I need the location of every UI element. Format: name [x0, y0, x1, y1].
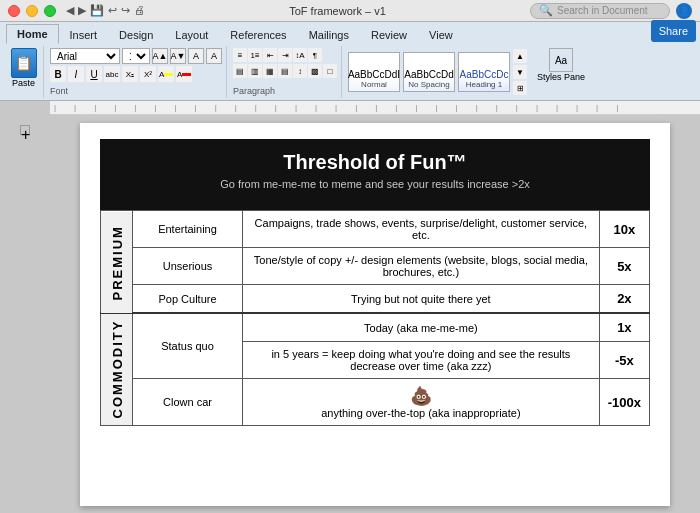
poop-emoji: 💩: [251, 385, 591, 407]
tab-view[interactable]: View: [418, 24, 464, 44]
font-color-button[interactable]: A: [206, 48, 222, 64]
paste-group: 📋 Paste: [4, 46, 44, 98]
commodity-section: COMMODITY Status quo Today (aka me-me-me…: [101, 313, 650, 426]
superscript-button[interactable]: X²: [140, 66, 156, 82]
popculture-description: Trying but not quite there yet: [243, 285, 600, 314]
numbered-list-button[interactable]: 1≡: [248, 48, 262, 62]
ruler-marks: |||||||||||||||||||||||||||||: [54, 103, 636, 112]
subscript-button[interactable]: X₂: [122, 66, 138, 82]
font-group-label: Font: [50, 86, 222, 96]
tab-home[interactable]: Home: [6, 24, 59, 44]
align-left-button[interactable]: ▤: [233, 64, 247, 78]
ribbon-body: 📋 Paste Arial 12 A▲ A▼ A A B I U abc X₂ …: [0, 44, 700, 100]
paste-label: Paste: [12, 78, 35, 88]
ribbon: Home Insert Design Layout References Mai…: [0, 22, 700, 101]
style-normal-preview: AaBbCcDdI: [348, 69, 400, 80]
clowncar-category: Clown car: [133, 379, 243, 426]
title-bar-center: ToF framework – v1: [145, 5, 530, 17]
font-format-button[interactable]: A: [188, 48, 204, 64]
print-icon[interactable]: 🖨: [134, 4, 145, 17]
indent-decrease-button[interactable]: ⇤: [263, 48, 277, 62]
table-row: COMMODITY Status quo Today (aka me-me-me…: [101, 313, 650, 342]
style-no-spacing[interactable]: AaBbCcDd No Spacing: [403, 52, 455, 92]
ruler: |||||||||||||||||||||||||||||: [50, 101, 700, 115]
unserious-category: Unserious: [133, 248, 243, 285]
table-row: Clown car 💩 anything over-the-top (aka i…: [101, 379, 650, 426]
style-heading1[interactable]: AaBbCcDc Heading 1: [458, 52, 510, 92]
style-normal[interactable]: AaBbCcDdI Normal: [348, 52, 400, 92]
font-select[interactable]: Arial: [50, 48, 120, 64]
strikethrough-button[interactable]: abc: [104, 66, 120, 82]
styles-scroll-down[interactable]: ▼: [513, 65, 527, 79]
align-center-button[interactable]: ▥: [248, 64, 262, 78]
close-button[interactable]: [8, 5, 20, 17]
undo-icon[interactable]: ↩: [108, 4, 117, 17]
document-title: ToF framework – v1: [289, 5, 386, 17]
tab-design[interactable]: Design: [108, 24, 164, 44]
style-h1-label: Heading 1: [466, 80, 502, 89]
share-button-top[interactable]: Share: [647, 18, 700, 44]
shading-button[interactable]: ▩: [308, 64, 322, 78]
styles-pane-button[interactable]: Aa Styles Pane: [533, 46, 589, 98]
document-title: Threshold of Fun™: [108, 151, 642, 174]
styles-scroll-up[interactable]: ▲: [513, 49, 527, 63]
nav-forward-icon[interactable]: ▶: [78, 4, 86, 17]
font-row1: Arial 12 A▲ A▼ A A: [50, 48, 222, 64]
maximize-button[interactable]: [44, 5, 56, 17]
popculture-multiplier: 2x: [599, 285, 649, 314]
unserious-description: Tone/style of copy +/- design elements (…: [243, 248, 600, 285]
search-placeholder: Search in Document: [557, 5, 648, 16]
styles-expand[interactable]: ⊞: [513, 81, 527, 95]
align-justify-button[interactable]: ▤: [278, 64, 292, 78]
style-normal-label: Normal: [361, 80, 387, 89]
align-right-button[interactable]: ▦: [263, 64, 277, 78]
tab-insert[interactable]: Insert: [59, 24, 109, 44]
bold-button[interactable]: B: [50, 66, 66, 82]
paste-button[interactable]: 📋 Paste: [11, 48, 37, 88]
paragraph-group-label: Paragraph: [233, 86, 337, 96]
title-bar: ◀ ▶ 💾 ↩ ↪ 🖨 ToF framework – v1 🔍 Search …: [0, 0, 700, 22]
border-button[interactable]: □: [323, 64, 337, 78]
tab-mailings[interactable]: Mailings: [298, 24, 360, 44]
redo-icon[interactable]: ↪: [121, 4, 130, 17]
save-icon[interactable]: 💾: [90, 4, 104, 17]
tof-table: PREMIUM Entertaining Campaigns, trade sh…: [100, 210, 650, 426]
statusquo-today: Today (aka me-me-me): [243, 313, 600, 342]
minimize-button[interactable]: [26, 5, 38, 17]
sort-button[interactable]: ↕A: [293, 48, 307, 62]
clowncar-text: anything over-the-top (aka inappropriate…: [321, 407, 520, 419]
search-bar[interactable]: 🔍 Search in Document: [530, 3, 670, 19]
nav-back-icon[interactable]: ◀: [66, 4, 74, 17]
user-avatar[interactable]: 👤: [676, 3, 692, 19]
tab-review[interactable]: Review: [360, 24, 418, 44]
document-subtitle: Go from me-me-me to meme and see your re…: [108, 178, 642, 190]
font-decrease-button[interactable]: A▼: [170, 48, 186, 64]
bullet-list-button[interactable]: ≡: [233, 48, 247, 62]
tab-layout[interactable]: Layout: [164, 24, 219, 44]
underline-button[interactable]: U: [86, 66, 102, 82]
paste-icon: 📋: [11, 48, 37, 78]
line-spacing-button[interactable]: ↕: [293, 64, 307, 78]
clowncar-description: 💩 anything over-the-top (aka inappropria…: [243, 379, 600, 426]
premium-label: PREMIUM: [101, 211, 133, 314]
statusquo-future-multiplier: -5x: [599, 342, 649, 379]
add-button[interactable]: +: [20, 125, 30, 135]
commodity-label: COMMODITY: [101, 313, 133, 426]
font-size-select[interactable]: 12: [122, 48, 150, 64]
italic-button[interactable]: I: [68, 66, 84, 82]
align-group: ≡ 1≡ ⇤ ⇥ ↕A ¶ ▤ ▥ ▦ ▤ ↕ ▩ □ Paragraph: [229, 46, 342, 98]
highlight-button[interactable]: A: [158, 66, 174, 82]
tab-references[interactable]: References: [219, 24, 297, 44]
font-color-a-button[interactable]: A: [176, 66, 192, 82]
statusquo-future: in 5 years = keep doing what you're doin…: [243, 342, 600, 379]
indent-increase-button[interactable]: ⇥: [278, 48, 292, 62]
table-row: PREMIUM Entertaining Campaigns, trade sh…: [101, 211, 650, 248]
font-increase-button[interactable]: A▲: [152, 48, 168, 64]
document-area: + Threshold of Fun™ Go from me-me-me to …: [0, 115, 700, 513]
share-btn[interactable]: Share: [651, 20, 696, 42]
entertaining-description: Campaigns, trade shows, events, surprise…: [243, 211, 600, 248]
style-nospace-preview: AaBbCcDd: [404, 69, 453, 80]
paragraph-marks-button[interactable]: ¶: [308, 48, 322, 62]
styles-pane-icon: Aa: [549, 48, 573, 72]
left-sidebar: +: [0, 115, 50, 513]
